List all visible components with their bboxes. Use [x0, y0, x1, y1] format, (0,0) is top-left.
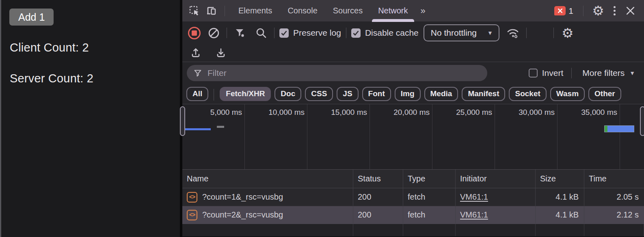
pill-label: Img [401, 89, 415, 98]
waterfall-bar-gray[interactable] [217, 126, 224, 128]
kebab-menu-icon[interactable] [609, 6, 620, 15]
timeline-tick: 10,000 ms [245, 104, 307, 169]
clear-network-log-icon[interactable] [205, 25, 222, 41]
tick-label: 10,000 ms [268, 108, 305, 116]
request-initiator-cell: VM61:1 [456, 188, 536, 206]
error-count: 1 [568, 6, 573, 16]
export-har-icon[interactable] [213, 45, 229, 60]
filter-row-separator [571, 68, 572, 78]
empty-cell [353, 224, 403, 236]
preserve-log-label: Preserve log [293, 28, 341, 38]
request-size-cell: 4.1 kB [536, 188, 584, 206]
filter-input[interactable]: Filter [187, 65, 487, 81]
search-icon[interactable] [253, 25, 269, 41]
device-toolbar-icon[interactable] [204, 4, 219, 18]
invert-checkbox[interactable]: Invert [529, 68, 564, 78]
column-header[interactable]: Type [403, 170, 456, 188]
request-status-cell: 200 [353, 206, 403, 224]
column-header[interactable]: Name [182, 170, 353, 188]
toolbar-separator [227, 28, 227, 38]
pill-label: All [192, 89, 202, 98]
console-error-counter[interactable]: 1 [554, 6, 573, 16]
checkbox-unchecked-icon [529, 69, 538, 78]
disable-cache-checkbox[interactable]: Disable cache [351, 28, 419, 38]
network-overview-timeline[interactable]: 5,000 ms 10,000 ms 15,000 ms 20,000 ms [182, 104, 644, 170]
filter-toggle-icon[interactable] [232, 25, 248, 41]
resource-type-pill[interactable]: Manifest [462, 87, 505, 101]
column-header[interactable]: Time [584, 170, 644, 188]
devtools-tab[interactable]: Elements [231, 0, 280, 22]
request-name-cell: <> ?count=1&_rsc=vusbg [182, 188, 353, 206]
request-status-cell: 200 [353, 188, 403, 206]
toolbar-separator [553, 28, 554, 38]
overview-left-handle[interactable] [180, 106, 185, 136]
import-har-icon[interactable] [188, 45, 203, 60]
close-devtools-icon[interactable] [622, 3, 638, 19]
resource-type-pill[interactable]: CSS [305, 87, 333, 101]
more-filters-label: More filters [582, 68, 625, 78]
requests-table-body: <> ?count=1&_rsc=vusbg 200 fetch VM61:1 … [182, 188, 644, 224]
preserve-log-checkbox[interactable]: Preserve log [279, 28, 341, 38]
resource-type-pill[interactable]: Doc [274, 87, 301, 101]
requests-table-header: Name Status Type Initiator Size [182, 170, 644, 188]
timeline-ticks: 5,000 ms 10,000 ms 15,000 ms 20,000 ms [182, 104, 644, 169]
filter-funnel-icon [193, 69, 202, 78]
empty-cell [403, 224, 456, 236]
waterfall-bar-request-1[interactable] [185, 128, 211, 130]
column-header[interactable]: Status [353, 170, 403, 188]
browser-page-panel: Add 1 Client Count: 2 Server Count: 2 [0, 0, 180, 237]
resource-type-pill[interactable]: JS [337, 87, 358, 101]
tabbar-separator [225, 6, 225, 16]
more-filters-button[interactable]: More filters ▼ [580, 68, 638, 78]
resource-type-pill[interactable]: Wasm [550, 87, 585, 101]
resource-type-pill[interactable]: Other [588, 87, 621, 101]
overview-right-handle[interactable] [640, 106, 644, 136]
devtools-tabbar: Elements Console Sources Network » [182, 0, 644, 22]
column-header-label: Initiator [460, 174, 487, 183]
resource-type-pill[interactable]: Img [395, 87, 421, 101]
tick-label: 15,000 ms [331, 108, 367, 116]
devtools-tab[interactable]: Sources [325, 0, 370, 22]
request-time-cell: 2.12 s [584, 206, 644, 224]
resource-type-pill[interactable]: Socket [509, 87, 546, 101]
resource-type-pill[interactable]: Font [362, 87, 391, 101]
request-row[interactable]: <> ?count=1&_rsc=vusbg 200 fetch VM61:1 … [182, 188, 644, 206]
request-time-cell: 2.05 s [584, 188, 644, 206]
resource-type-filters: All Fetch/XHR Doc CSS JS [182, 84, 644, 104]
fetch-request-icon: <> [187, 192, 197, 203]
add-1-button[interactable]: Add 1 [9, 9, 54, 26]
resource-type-pill[interactable]: Media [424, 87, 458, 101]
empty-cell [584, 224, 644, 236]
devtools-tab[interactable]: Network [370, 0, 415, 22]
column-header[interactable]: Initiator [456, 170, 536, 188]
server-count-text: Server Count: 2 [10, 72, 93, 85]
network-settings-icon[interactable]: ⚙ [559, 24, 577, 42]
request-name-cell: <> ?count=2&_rsc=vusbg [182, 206, 353, 224]
record-network-log-icon[interactable] [188, 27, 201, 39]
throttling-value: No throttling [431, 28, 477, 38]
timeline-tick: 5,000 ms [182, 104, 245, 169]
pill-label: JS [343, 89, 352, 98]
waterfall-bar-request-2[interactable] [604, 125, 634, 132]
initiator-link[interactable]: VM61:1 [460, 210, 488, 220]
pill-label: Manifest [468, 89, 499, 98]
disable-cache-label: Disable cache [365, 28, 419, 38]
request-time: 2.05 s [617, 192, 639, 202]
requests-table-empty-area [182, 224, 644, 236]
empty-cell [456, 224, 536, 236]
initiator-link[interactable]: VM61:1 [460, 192, 488, 202]
request-row[interactable]: <> ?count=2&_rsc=vusbg 200 fetch VM61:1 … [182, 206, 644, 224]
network-conditions-icon[interactable] [504, 24, 521, 41]
error-badge-icon [554, 6, 566, 15]
tab-label: Console [287, 6, 317, 15]
devtools-tab[interactable]: Console [280, 0, 325, 22]
resource-type-pill[interactable]: All [186, 87, 208, 101]
devtools-settings-icon[interactable]: ⚙ [589, 2, 607, 20]
request-size: 4.1 kB [555, 210, 579, 220]
resource-type-pill[interactable]: Fetch/XHR [220, 87, 271, 101]
inspect-element-icon[interactable] [187, 4, 202, 18]
column-header[interactable]: Size [536, 170, 584, 188]
throttling-select[interactable]: No throttling ▼ [424, 24, 499, 41]
more-tabs-icon[interactable]: » [418, 6, 427, 15]
checkbox-checked-icon [351, 28, 361, 38]
